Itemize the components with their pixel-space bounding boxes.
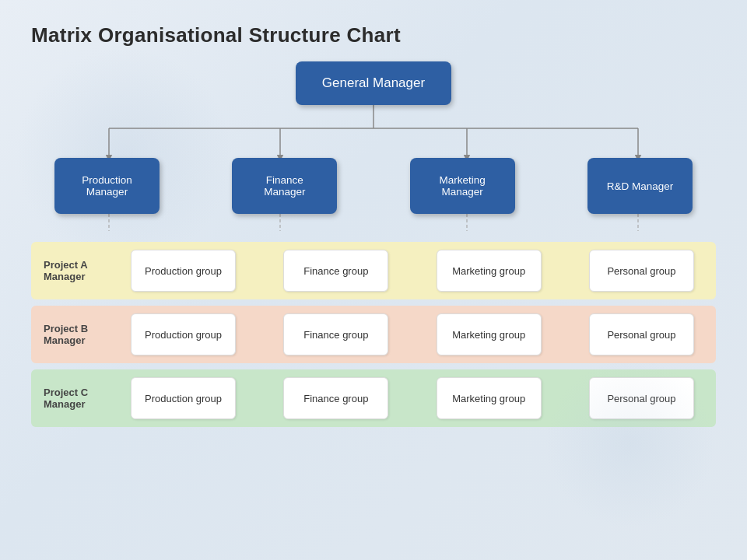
project-b-personal: Personal group — [589, 313, 694, 355]
project-a-label: Project A Manager — [37, 259, 123, 282]
manager-row: Production Manager Finance Manager Marke… — [31, 158, 716, 214]
project-c-marketing: Marketing group — [437, 377, 542, 419]
project-a-finance: Finance group — [283, 250, 388, 292]
project-b-finance: Finance group — [283, 313, 388, 355]
project-a-cells: Production group Finance group Marketing… — [123, 250, 710, 292]
project-c-finance: Finance group — [283, 377, 388, 419]
finance-manager-node: Finance Manager — [232, 158, 337, 214]
project-b-cells: Production group Finance group Marketing… — [123, 313, 710, 355]
project-c-cells: Production group Finance group Marketing… — [123, 377, 710, 419]
project-b-label: Project B Manager — [37, 323, 123, 346]
project-rows: Project A Manager Production group Finan… — [31, 242, 716, 427]
general-manager-node: General Manager — [296, 61, 451, 105]
project-row-c: Project C Manager Production group Finan… — [31, 369, 716, 427]
project-b-production: Production group — [131, 313, 236, 355]
top-node-row: General Manager — [31, 61, 716, 105]
project-row-b: Project B Manager Production group Finan… — [31, 306, 716, 363]
project-a-personal: Personal group — [589, 250, 694, 292]
connector-svg-top — [31, 105, 716, 158]
chart-area: General Manager — [31, 61, 716, 427]
connector-area-top — [31, 105, 716, 158]
project-a-marketing: Marketing group — [437, 250, 542, 292]
project-c-production: Production group — [131, 377, 236, 419]
chart-title: Matrix Organisational Structure Chart — [31, 23, 716, 47]
dashed-connectors — [31, 214, 716, 231]
rnd-manager-node: R&D Manager — [587, 158, 693, 214]
dashed-svg — [31, 214, 716, 231]
project-row-a: Project A Manager Production group Finan… — [31, 242, 716, 299]
slide: Matrix Organisational Structure Chart Ge… — [0, 0, 747, 560]
production-manager-node: Production Manager — [54, 158, 160, 214]
marketing-manager-node: Marketing Manager — [410, 158, 515, 214]
project-b-marketing: Marketing group — [437, 313, 542, 355]
project-a-production: Production group — [131, 250, 236, 292]
project-c-label: Project C Manager — [37, 387, 123, 410]
project-c-personal: Personal group — [589, 377, 694, 419]
